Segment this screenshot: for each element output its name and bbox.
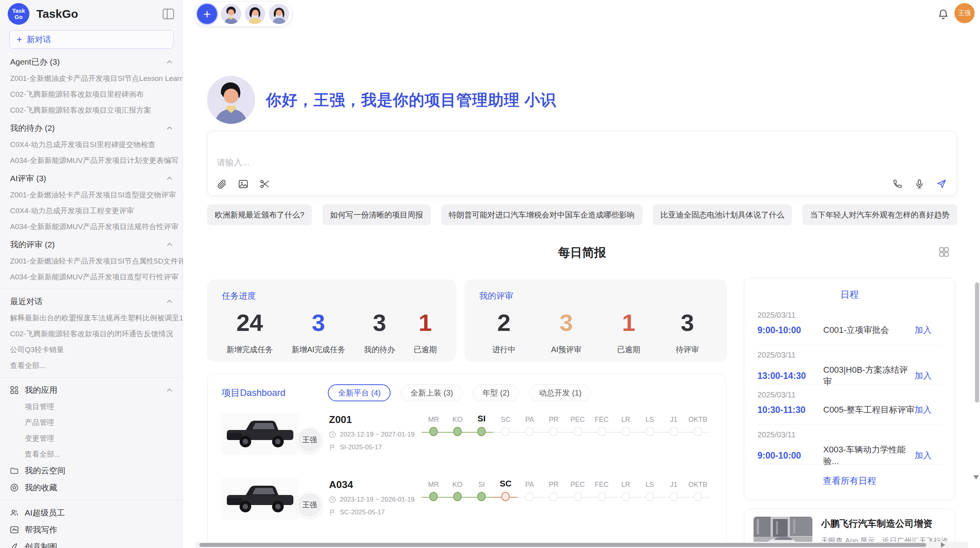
chevron-up-icon[interactable] xyxy=(166,388,173,392)
stat-value: 1 xyxy=(617,309,640,337)
recent-chat-item[interactable]: C02-飞腾新能源轻客改款项目的闭环通告反馈情况 xyxy=(0,326,183,342)
sidebar-task-item[interactable]: Z001-全新燃油轻卡产品开发项目SI节点属性5D文件评审 xyxy=(0,253,183,269)
agent-avatar-3[interactable] xyxy=(269,4,289,24)
recent-chat-item[interactable]: 公司Q3轻卡销量 xyxy=(0,342,183,358)
milestone-dot xyxy=(614,427,638,438)
project-dates: 2023-12-19 ~ 2026-01-19 xyxy=(329,496,416,503)
section-my-review[interactable]: 我的评审 (2) xyxy=(0,236,183,253)
suggestion-chip[interactable]: 欧洲新规最近颁布了什么? xyxy=(207,204,312,225)
new-chat-button[interactable]: + 新对话 xyxy=(9,30,173,49)
send-icon[interactable] xyxy=(936,179,947,189)
daily-brief-header: 每日简报 xyxy=(207,245,957,261)
sidebar-item-favorites[interactable]: 我的收藏 xyxy=(0,479,183,496)
chevron-up-icon[interactable] xyxy=(166,176,173,180)
user-avatar[interactable]: 王强 xyxy=(954,3,975,23)
notifications-bell-icon[interactable] xyxy=(937,9,949,20)
vertical-scrollbar-thumb[interactable] xyxy=(975,283,979,402)
phone-icon[interactable] xyxy=(892,179,903,189)
layout-grid-icon[interactable] xyxy=(938,246,950,258)
milestone-dot xyxy=(638,427,662,438)
schedule-time: 9:00-10:00 xyxy=(757,450,823,461)
agent-done-list: Z001-全新燃油皮卡产品开发项目SI节点Lesson Learn报告C02-飞… xyxy=(0,70,183,118)
sidebar-task-item[interactable]: A034-全新新能源MUV产品开发项目造型可行性评审 xyxy=(0,269,183,285)
sidebar-task-item[interactable]: C02-飞腾新能源轻客改款项目立项汇报方案 xyxy=(0,102,183,118)
sidebar-task-item[interactable]: A034-全新新能源MUV产品开发项目计划变更表编写 xyxy=(0,152,183,168)
milestone: SC xyxy=(493,413,517,470)
sidebar-item-cloud-space[interactable]: 我的云空间 xyxy=(0,462,183,479)
chevron-up-icon[interactable] xyxy=(166,243,173,247)
dashboard-tab[interactable]: 全新上装 (3) xyxy=(401,384,463,401)
milestone-label: LS xyxy=(638,413,662,426)
sidebar-task-item[interactable]: Z001-全新燃油轻卡产品开发项目SI造型提交物评审 xyxy=(0,187,183,203)
suggestion-chip[interactable]: 如何写一份清晰的项目周报 xyxy=(322,204,431,225)
section-recent-chats[interactable]: 最近对话 xyxy=(0,293,183,310)
suggestion-chip[interactable]: 比亚迪全固态电池计划具体说了什么 xyxy=(653,204,792,225)
attachment-icon[interactable] xyxy=(217,179,227,189)
project-owner-badge: 王强 xyxy=(296,492,323,518)
section-agent-done[interactable]: Agent已办 (3) xyxy=(0,53,183,70)
milestone-dot xyxy=(565,427,589,438)
scissors-icon[interactable] xyxy=(259,179,270,189)
join-link[interactable]: 加入 xyxy=(915,370,942,382)
microphone-icon[interactable] xyxy=(914,179,925,189)
section-my-todo[interactable]: 我的待办 (2) xyxy=(0,120,183,137)
app-link[interactable]: 产品管理 xyxy=(0,414,183,430)
sidebar-item-ai-staff[interactable]: AI超级员工 xyxy=(0,504,183,521)
sidebar-task-item[interactable]: C0X4-动力总成开发项目SI里程碑提交物检查 xyxy=(0,137,183,152)
app-link[interactable]: 变更管理 xyxy=(0,430,183,446)
dashboard-tab[interactable]: 动总开发 (1) xyxy=(529,384,591,401)
app-link[interactable]: 项目管理 xyxy=(0,399,183,414)
scroll-right-arrow-icon[interactable] xyxy=(941,542,945,548)
stat-value: 3 xyxy=(676,309,699,337)
add-agent-button[interactable]: + xyxy=(197,4,217,24)
project-car-image: 王强 xyxy=(221,413,299,455)
agent-avatar-1[interactable] xyxy=(221,4,241,24)
chevron-up-icon[interactable] xyxy=(166,126,173,130)
recent-view-all[interactable]: 查看全部... xyxy=(0,358,183,373)
suggestion-chip[interactable]: 当下年轻人对汽车外观有怎样的喜好趋势 xyxy=(802,204,957,225)
scroll-down-arrow-icon[interactable] xyxy=(973,475,979,480)
join-link[interactable]: 加入 xyxy=(915,450,942,461)
join-link[interactable]: 加入 xyxy=(915,404,942,416)
recent-chat-item[interactable]: 解释最新出台的欧盟报废车法规再生塑料比例被调至15%... xyxy=(0,310,183,326)
suggestion-chip[interactable]: 特朗普可能对进口汽车增税会对中国车企造成哪些影响 xyxy=(441,204,642,225)
join-link[interactable]: 加入 xyxy=(915,324,942,336)
project-row[interactable]: 王强 Z001 2023-12-19 ~ 2027-01-19 SI-2025-… xyxy=(207,405,726,470)
project-info: Z001 2023-12-19 ~ 2027-01-19 SI-2025-05-… xyxy=(329,411,416,470)
milestone-dot xyxy=(517,427,541,438)
image-icon[interactable] xyxy=(238,179,248,189)
apps-view-all[interactable]: 查看全部... xyxy=(0,446,183,462)
clock-icon xyxy=(329,431,336,438)
chevron-up-icon[interactable] xyxy=(166,300,173,303)
sidebar-item-my-apps[interactable]: 我的应用 xyxy=(0,382,183,399)
sidebar-task-item[interactable]: C02-飞腾新能源轻客改款项目里程碑画布 xyxy=(0,86,183,102)
sidebar-item-write-helper[interactable]: 帮我写作 xyxy=(0,521,183,538)
message-composer[interactable]: 请输入... xyxy=(207,131,957,196)
stat-value: 3 xyxy=(551,309,582,337)
horizontal-scrollbar-thumb[interactable] xyxy=(199,543,926,547)
section-ai-review[interactable]: AI评审 (3) xyxy=(0,170,183,187)
chevron-up-icon[interactable] xyxy=(166,60,173,64)
stat-block: 1 已逾期 xyxy=(617,309,640,355)
dashboard-tab[interactable]: 全新平台 (4) xyxy=(328,384,391,401)
sidebar-task-item[interactable]: Z001-全新燃油皮卡产品开发项目SI节点Lesson Learn报告 xyxy=(0,70,183,86)
grid-icon xyxy=(10,386,19,394)
schedule-event-title: C005-整车工程目标评审 xyxy=(823,404,915,416)
milestone: SC xyxy=(493,478,517,535)
project-row[interactable]: 王强 A034 2023-12-19 ~ 2026-01-19 SC-2025-… xyxy=(207,470,726,535)
sidebar-item-creative-drawing[interactable]: 创意制图 xyxy=(0,538,183,548)
milestone-label: FEC xyxy=(590,478,614,491)
dashboard-tab[interactable]: 年型 (2) xyxy=(473,384,519,401)
pen-icon xyxy=(10,543,19,548)
stat-block: 2 进行中 xyxy=(492,309,516,355)
sidebar-collapse-icon[interactable] xyxy=(163,9,174,19)
agent-avatar-2[interactable] xyxy=(245,4,265,24)
schedule-item: 2025/03/11 9:00-10:00 X003-车辆动力学性能验... 加… xyxy=(757,425,942,465)
sidebar-task-item[interactable]: A034-全新新能源MUV产品开发项目法规符合性评审 xyxy=(0,219,183,235)
view-all-schedule-link[interactable]: 查看所有日程 xyxy=(744,475,955,487)
milestone: FEC xyxy=(590,413,614,470)
milestone-dot xyxy=(686,427,710,438)
sidebar-task-item[interactable]: C0X4-动力总成开发项目工程变更评审 xyxy=(0,203,183,219)
daily-brief-title: 每日简报 xyxy=(558,245,606,261)
agent-quickbar: + xyxy=(194,2,292,26)
